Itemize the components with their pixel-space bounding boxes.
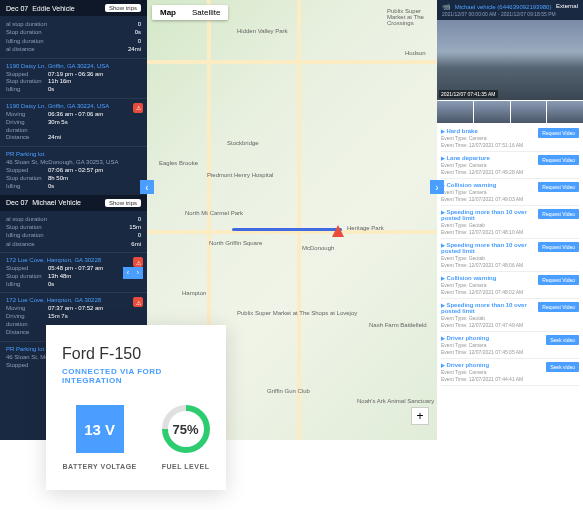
stat-label: Idling duration: [6, 231, 44, 239]
trip-sublocation: 46 Sloan St, McDonough, GA 30253, USA: [6, 159, 141, 165]
header-date: Dec 07: [6, 199, 28, 206]
main-video[interactable]: 2021/12/07 07:41:35 AM: [437, 20, 583, 100]
trip-stat-label: Stop duration: [6, 175, 48, 183]
alert-icon[interactable]: [133, 257, 143, 267]
route-line: [232, 228, 342, 231]
trip-stat-label: Idling: [6, 183, 48, 191]
event-time: Event Time: 12/07/2021 07:48:02 AM: [441, 289, 538, 296]
trip-stat-label: Stopped: [6, 167, 48, 175]
request-video-button[interactable]: Request Video: [538, 302, 579, 312]
stat-value: 15m: [129, 223, 141, 231]
trip-item[interactable]: 1190 Daisy Ln, Griffin, GA 30224, USASto…: [0, 58, 147, 98]
trip-stat-label: Stop duration: [6, 273, 48, 281]
event-item[interactable]: Collision warningEvent Type: CameraEvent…: [441, 179, 579, 206]
alert-icon[interactable]: [133, 297, 143, 307]
stat-value: 0: [138, 215, 141, 223]
event-time: Event Time: 12/07/2021 07:48:10 AM: [441, 229, 538, 236]
request-video-button[interactable]: Seek video: [546, 362, 579, 372]
header-date: Dec 07: [6, 5, 28, 12]
stat-label: Idling duration: [6, 37, 44, 45]
trip-stat-value: 0s: [48, 281, 54, 289]
stat-label: Stop duration: [6, 28, 42, 36]
stat-value: 0: [138, 231, 141, 239]
event-item[interactable]: Speeding more than 10 over posted limitE…: [441, 299, 579, 332]
map-poi-label: Publix Super Market at The Crossings: [387, 8, 437, 26]
event-item[interactable]: Speeding more than 10 over posted limitE…: [441, 239, 579, 272]
event-item[interactable]: Driver phoningEvent Type: CameraEvent Ti…: [441, 332, 579, 359]
video-thumbnails: [437, 101, 583, 123]
map-poi-label: Noah's Ark Animal Sanctuary: [357, 398, 434, 404]
zoom-in-button[interactable]: +: [411, 407, 429, 425]
map-poi-label: Hudson: [405, 50, 426, 56]
trip-location: 1190 Daisy Ln, Griffin, GA 30224, USA: [6, 103, 141, 109]
trip-location: 1190 Daisy Ln, Griffin, GA 30224, USA: [6, 63, 141, 69]
event-time: Event Time: 12/07/2021 07:47:49 AM: [441, 322, 538, 329]
trip-stat-label: Idling: [6, 86, 48, 94]
request-video-button[interactable]: Request Video: [538, 209, 579, 219]
request-video-button[interactable]: Request Video: [538, 155, 579, 165]
map-prev-arrow[interactable]: ‹: [140, 180, 154, 194]
battery-value: 13 V: [76, 405, 124, 453]
map-poi-label: Hampton: [182, 290, 206, 296]
event-item[interactable]: Collision warningEvent Type: CameraEvent…: [441, 272, 579, 299]
trip-item[interactable]: PR Parking lot46 Sloan St, McDonough, GA…: [0, 146, 147, 194]
camera-icon: [442, 4, 453, 10]
alert-icon[interactable]: [133, 103, 143, 113]
fuel-value: 75%: [173, 422, 199, 437]
map-next-arrow[interactable]: ›: [430, 180, 444, 194]
map-poi-label: Piedmont Henry Hospital: [207, 172, 273, 178]
request-video-button[interactable]: Request Video: [538, 275, 579, 285]
video-timestamp: 2021/12/07 07:41:35 AM: [439, 90, 498, 98]
stat-value: 6mi: [131, 240, 141, 248]
request-video-button[interactable]: Request Video: [538, 128, 579, 138]
map-view-button[interactable]: Map: [152, 5, 184, 20]
trip-location: PR Parking lot: [6, 151, 141, 157]
vehicle-stats-1: al stop duration0Stop duration0sIdling d…: [0, 16, 147, 58]
video-thumb[interactable]: [511, 101, 547, 123]
stat-label: al stop duration: [6, 215, 47, 223]
event-title: Speeding more than 10 over posted limit: [441, 242, 538, 254]
video-thumb[interactable]: [547, 101, 583, 123]
event-time: Event Time: 12/07/2021 07:49:28 AM: [441, 169, 538, 176]
event-item[interactable]: Speeding more than 10 over posted limitE…: [441, 206, 579, 239]
request-video-button[interactable]: Seek video: [546, 335, 579, 345]
event-title: Hard brake: [441, 128, 538, 134]
event-time: Event Time: 12/07/2021 07:49:03 AM: [441, 196, 538, 203]
header-vehicle: Michael Vehicle: [32, 199, 101, 206]
event-title: Lane departure: [441, 155, 538, 161]
video-thumb[interactable]: [437, 101, 473, 123]
event-time: Event Time: 12/07/2021 07:48:06 AM: [441, 262, 538, 269]
trip-prev-arrow[interactable]: ‹: [123, 267, 133, 279]
vehicle-header-2: Dec 07 Michael Vehicle Show trips: [0, 195, 147, 211]
video-thumb[interactable]: [474, 101, 510, 123]
request-video-button[interactable]: Request Video: [538, 182, 579, 192]
trip-stat-value: 24mi: [48, 134, 61, 142]
trip-stat-label: Moving: [6, 305, 48, 313]
trip-item[interactable]: 172 Lue Cove, Hampton, GA 30228Stopped05…: [0, 252, 147, 292]
trip-stat-value: 07:06 am - 02:57 pm: [48, 167, 103, 175]
satellite-view-button[interactable]: Satellite: [184, 5, 228, 20]
event-item[interactable]: Hard brakeEvent Type: CameraEvent Time: …: [441, 125, 579, 152]
trip-next-arrow[interactable]: ›: [133, 267, 143, 279]
event-title: Speeding more than 10 over posted limit: [441, 209, 538, 221]
trip-item[interactable]: 1190 Daisy Ln, Griffin, GA 30224, USAMov…: [0, 98, 147, 146]
trip-stat-label: Distance: [6, 134, 48, 142]
stat-label: al distance: [6, 240, 35, 248]
trip-stat-value: 07:37 am - 07:52 am: [48, 305, 103, 313]
video-daterange: 2021/12/07 00:00:00 AM - 2021/12/07 09:1…: [442, 11, 578, 17]
request-video-button[interactable]: Request Video: [538, 242, 579, 252]
event-item[interactable]: Lane departureEvent Type: CameraEvent Ti…: [441, 152, 579, 179]
show-trips-button[interactable]: Show trips: [105, 4, 141, 12]
event-title: Driver phoning: [441, 362, 546, 368]
ford-subtitle: CONNECTED VIA FORD INTEGRATION: [62, 367, 210, 385]
video-header: Michael vehicle (644639092193980) Extern…: [437, 0, 583, 20]
event-time: Event Time: 12/07/2021 07:45:05 AM: [441, 349, 546, 356]
event-item[interactable]: Driver phoningEvent Type: CameraEvent Ti…: [441, 359, 579, 386]
stat-label: al distance: [6, 45, 35, 53]
trip-stat-value: 13h 48m: [48, 273, 71, 281]
show-trips-button[interactable]: Show trips: [105, 199, 141, 207]
stat-value: 24mi: [128, 45, 141, 53]
map-type-controls: Map Satellite: [152, 5, 228, 20]
stat-value: 0: [138, 20, 141, 28]
header-vehicle: Eddie Vehicle: [32, 5, 101, 12]
